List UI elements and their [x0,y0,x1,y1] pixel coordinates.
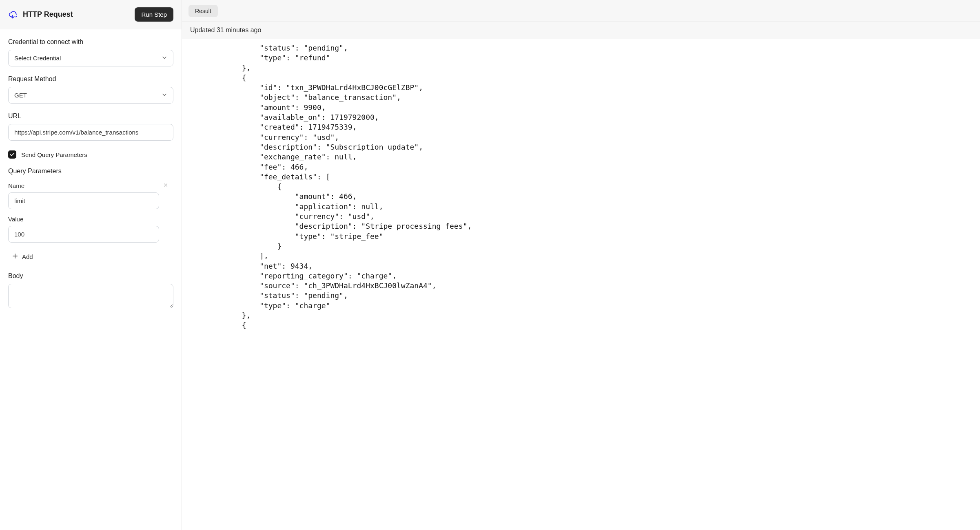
remove-param-button[interactable] [161,181,170,191]
run-step-button[interactable]: Run Step [135,7,173,22]
method-label: Request Method [8,75,173,83]
config-form: Credential to connect with Select Creden… [0,29,182,318]
result-panel: Result Updated 31 minutes ago "status": … [182,0,980,530]
plus-icon [11,252,19,261]
send-query-row: Send Query Parameters [8,150,173,159]
add-param-button[interactable]: Add [8,250,36,263]
param-value-input-wrap [8,226,159,243]
credential-select[interactable]: Select Credential [8,50,173,66]
query-params-label: Query Parameters [8,168,173,175]
status-bar: Updated 31 minutes ago [182,21,980,39]
url-label: URL [8,113,173,120]
result-code[interactable]: "status": "pending", "type": "refund" },… [182,39,980,530]
method-select[interactable]: GET [8,87,173,104]
result-tabs: Result Updated 31 minutes ago [182,0,980,39]
config-header: HTTP Request Run Step [0,0,182,29]
body-input[interactable] [8,284,173,308]
config-panel: HTTP Request Run Step Credential to conn… [0,0,182,530]
step-title-group: HTTP Request [8,10,73,19]
credential-label: Credential to connect with [8,38,173,46]
send-query-label: Send Query Parameters [21,151,87,158]
param-name-input[interactable] [8,192,159,209]
param-value-input[interactable] [8,226,159,243]
method-select-wrap: GET [8,87,173,104]
param-name-row: Name [8,179,173,192]
param-value-label: Value [8,216,173,223]
tab-result[interactable]: Result [188,5,218,17]
url-input-wrap [8,124,173,141]
add-param-label: Add [22,253,33,260]
updated-text: Updated 31 minutes ago [190,26,261,33]
param-name-input-wrap [8,192,159,209]
param-name-label: Name [8,182,24,189]
send-query-checkbox[interactable] [8,150,16,159]
cloud-download-icon [8,10,17,19]
url-input[interactable] [8,124,173,141]
credential-select-wrap: Select Credential [8,50,173,66]
step-title: HTTP Request [23,10,73,19]
body-label: Body [8,272,173,280]
